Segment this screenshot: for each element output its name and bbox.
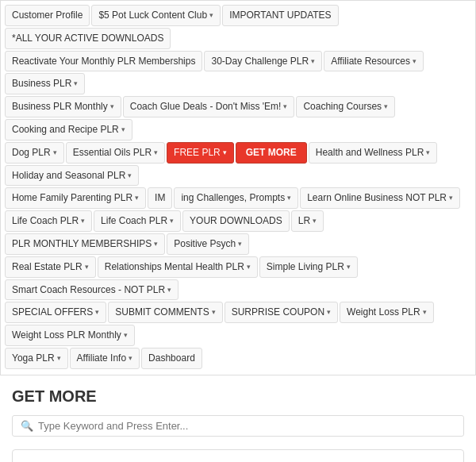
- nav-important-updates[interactable]: IMPORTANT UPDATES: [222, 5, 338, 26]
- chevron-down-icon: ▾: [209, 10, 213, 21]
- nav-im[interactable]: IM: [148, 187, 172, 209]
- chevron-down-icon: ▾: [327, 307, 331, 318]
- search-input[interactable]: [38, 420, 455, 432]
- nav-simple-living[interactable]: Simple Living PLR ▾: [259, 256, 358, 278]
- nav-business-plr[interactable]: Business PLR ▾: [5, 73, 85, 94]
- nav-free-plr[interactable]: FREE PLR ▾: [167, 142, 234, 164]
- search-icon: 🔍: [21, 420, 33, 432]
- chevron-down-icon: ▾: [449, 193, 453, 203]
- nav-row-1: Customer Profile $5 Pot Luck Content Clu…: [5, 5, 471, 49]
- chevron-down-icon: ▾: [247, 262, 251, 272]
- nav-home-family[interactable]: Home Family Parenting PLR ▾: [5, 187, 146, 209]
- nav-row-6: Life Coach PLR ▾ Life Coach PLR ▾ YOUR D…: [5, 210, 471, 255]
- nav-dashboard[interactable]: Dashboard: [141, 348, 202, 369]
- nav-holiday-seasonal[interactable]: Holiday and Seasonal PLR ▾: [5, 165, 139, 187]
- nav-all-downloads[interactable]: *ALL YOUR ACTIVE DOWNLOADS: [5, 28, 171, 49]
- chevron-down-icon: ▾: [413, 56, 416, 67]
- nav-row-9: Yoga PLR ▾ Affiliate Info ▾ Dashboard: [5, 348, 471, 369]
- chevron-down-icon: ▾: [154, 239, 158, 249]
- nav-dog-plr[interactable]: Dog PLR ▾: [5, 142, 64, 164]
- nav-weight-loss-plr[interactable]: Weight Loss PLR ▾: [340, 302, 434, 323]
- chevron-down-icon: ▾: [121, 125, 125, 135]
- nav-life-coach-plr-2[interactable]: Life Coach PLR ▾: [94, 210, 181, 232]
- nav-row-5: Home Family Parenting PLR ▾ IM ing Chall…: [5, 187, 471, 209]
- chevron-down-icon: ▾: [135, 193, 139, 203]
- chevron-down-icon: ▾: [110, 102, 114, 112]
- nav-get-more-popup[interactable]: GET MORE: [236, 142, 307, 164]
- nav-special-offers[interactable]: SPECIAL OFFERS ▾: [5, 302, 106, 323]
- nav-challenges-prompts[interactable]: ing Challenges, Prompts ▾: [174, 187, 298, 209]
- chevron-down-icon: ▾: [238, 239, 242, 249]
- navigation: Customer Profile $5 Pot Luck Content Clu…: [0, 0, 476, 375]
- chevron-down-icon: ▾: [85, 262, 89, 272]
- nav-row-7: Real Estate PLR ▾ Relationships Mental H…: [5, 256, 471, 301]
- chevron-down-icon: ▾: [311, 56, 315, 67]
- chevron-down-icon: ▾: [74, 79, 78, 89]
- chevron-down-icon: ▾: [223, 148, 227, 158]
- chevron-down-icon: ▾: [347, 262, 351, 272]
- chevron-down-icon: ▾: [313, 216, 317, 226]
- nav-positive-psych[interactable]: Positive Psych ▾: [167, 233, 249, 255]
- nav-real-estate[interactable]: Real Estate PLR ▾: [5, 256, 96, 278]
- article-card-1: FREE Article: How to Be a Supportive Fri…: [12, 449, 464, 462]
- chevron-down-icon: ▾: [170, 216, 174, 226]
- content-area: GET MORE 🔍 FREE Article: How to Be a Sup…: [0, 375, 476, 462]
- search-bar[interactable]: 🔍: [12, 415, 464, 437]
- chevron-down-icon: ▾: [426, 148, 430, 158]
- nav-reactivate-monthly[interactable]: Reactivate Your Monthly PLR Memberships: [5, 51, 202, 72]
- nav-row-4: Dog PLR ▾ Essential Oils PLR ▾ FREE PLR …: [5, 142, 471, 187]
- chevron-down-icon: ▾: [154, 148, 158, 158]
- nav-surprise-coupon[interactable]: SURPRISE COUPON ▾: [225, 302, 338, 323]
- nav-essential-oils[interactable]: Essential Oils PLR ▾: [66, 142, 165, 164]
- nav-coaching-courses[interactable]: Coaching Courses ▾: [296, 96, 395, 117]
- chevron-down-icon: ▾: [287, 193, 291, 203]
- chevron-down-icon: ▾: [167, 285, 171, 295]
- nav-customer-profile[interactable]: Customer Profile: [5, 5, 90, 26]
- nav-pot-luck[interactable]: $5 Pot Luck Content Club ▾: [91, 5, 221, 26]
- nav-30day-challenge[interactable]: 30-Day Challenge PLR ▾: [204, 51, 322, 72]
- nav-row-2: Reactivate Your Monthly PLR Memberships …: [5, 51, 471, 95]
- chevron-down-icon: ▾: [384, 102, 388, 112]
- chevron-down-icon: ▾: [81, 216, 85, 226]
- nav-weight-loss-monthly[interactable]: Weight Loss PLR Monthly ▾: [5, 325, 135, 346]
- nav-life-coach-plr-1[interactable]: Life Coach PLR ▾: [5, 210, 92, 232]
- nav-learn-online[interactable]: Learn Online Business NOT PLR ▾: [300, 187, 460, 209]
- nav-yoga-plr[interactable]: Yoga PLR ▾: [5, 348, 68, 369]
- nav-lr[interactable]: LR ▾: [291, 210, 324, 232]
- chevron-down-icon: ▾: [57, 353, 61, 364]
- chevron-down-icon: ▾: [212, 307, 216, 318]
- chevron-down-icon: ▾: [129, 353, 132, 364]
- nav-your-downloads[interactable]: YOUR DOWNLOADS: [182, 210, 290, 232]
- page-title: GET MORE: [12, 387, 464, 406]
- nav-relationships-mental[interactable]: Relationships Mental Health PLR ▾: [98, 256, 258, 278]
- nav-plr-monthly-memberships[interactable]: PLR MONTHLY MEMBERSHIPS ▾: [5, 233, 165, 255]
- chevron-down-icon: ▾: [53, 148, 57, 158]
- nav-cooking-recipe[interactable]: Cooking and Recipe PLR ▾: [5, 119, 132, 141]
- chevron-down-icon: ▾: [95, 307, 99, 318]
- nav-submit-comments[interactable]: SUBMIT COMMENTS ▾: [108, 302, 222, 323]
- chevron-down-icon: ▾: [423, 307, 427, 318]
- nav-affiliate-resources[interactable]: Affiliate Resources ▾: [324, 51, 424, 72]
- chevron-down-icon: ▾: [283, 102, 287, 112]
- chevron-down-icon: ▾: [124, 330, 128, 341]
- nav-row-3: Business PLR Monthly ▾ Coach Glue Deals …: [5, 96, 471, 141]
- nav-business-plr-monthly[interactable]: Business PLR Monthly ▾: [5, 96, 121, 117]
- nav-coach-glue[interactable]: Coach Glue Deals - Don't Miss 'Em! ▾: [123, 96, 295, 117]
- chevron-down-icon: ▾: [128, 171, 132, 181]
- nav-smart-coach[interactable]: Smart Coach Resources - NOT PLR ▾: [5, 279, 178, 301]
- nav-health-wellness[interactable]: Health and Wellness PLR ▾: [309, 142, 438, 164]
- nav-row-8: SPECIAL OFFERS ▾ SUBMIT COMMENTS ▾ SURPR…: [5, 302, 471, 346]
- nav-affiliate-info[interactable]: Affiliate Info ▾: [70, 348, 140, 369]
